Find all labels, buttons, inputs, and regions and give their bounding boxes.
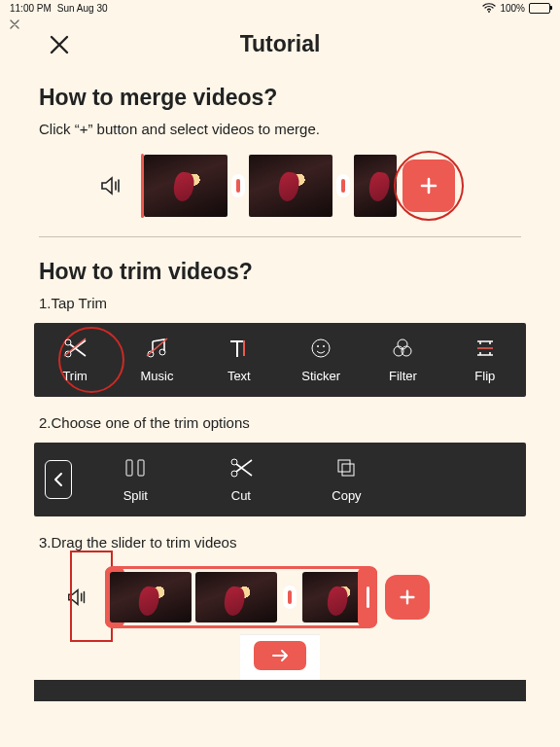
svg-rect-16 [342, 464, 354, 476]
status-bar: 11:00 PM Sun Aug 30 100% [0, 0, 560, 16]
tool-music[interactable]: Music [116, 323, 197, 397]
clip-thumbnail[interactable] [110, 572, 192, 622]
svg-point-4 [159, 349, 165, 355]
tool-label: Cut [231, 488, 251, 503]
main-toolbar: Trim Music Text Sticker Filter [34, 323, 526, 397]
clip-thumbnail[interactable] [195, 572, 277, 622]
tool-trim[interactable]: Trim [34, 323, 116, 397]
tool-cut[interactable]: Cut [189, 443, 295, 516]
speaker-icon[interactable] [92, 173, 131, 198]
music-note-icon [144, 337, 169, 363]
tool-sticker[interactable]: Sticker [280, 323, 362, 397]
confirm-button[interactable] [254, 641, 306, 670]
tool-filter[interactable]: Filter [362, 323, 443, 397]
scissors-crossed-icon [62, 337, 88, 363]
tool-label: Copy [332, 488, 361, 503]
smiley-icon [308, 337, 333, 363]
rings-icon [390, 337, 415, 363]
flip-icon [472, 337, 498, 363]
clip-thumbnail[interactable] [144, 155, 228, 217]
status-battery-pct: 100% [500, 3, 525, 14]
tool-label: Sticker [301, 369, 340, 383]
tool-label: Text [228, 369, 251, 383]
svg-point-5 [312, 339, 330, 357]
svg-point-6 [317, 345, 319, 347]
clip-thumbnail[interactable] [249, 155, 332, 217]
tool-label: Filter [389, 369, 417, 383]
trim-handle-right[interactable] [358, 567, 377, 627]
tool-label: Music [141, 369, 174, 383]
trim-options-toolbar: Split Cut Copy [34, 443, 526, 516]
highlight-ring-icon [394, 151, 464, 221]
trim-step1: 1.Tap Trim [39, 295, 521, 311]
merge-section-title: How to merge videos? [39, 85, 521, 111]
copy-icon [333, 456, 359, 482]
svg-rect-12 [138, 460, 144, 476]
merge-section-body: Click “+” button and select videos to me… [39, 121, 521, 137]
bottom-bar [34, 680, 526, 701]
tool-text[interactable]: Text [198, 323, 280, 397]
transition-pill[interactable] [283, 586, 297, 609]
status-date: Sun Aug 30 [57, 3, 108, 14]
transition-pill[interactable] [231, 174, 245, 197]
transition-pill[interactable] [336, 174, 350, 197]
tool-label: Flip [474, 369, 495, 383]
tool-back[interactable] [34, 443, 83, 516]
trim-step2: 2.Choose one of the trim options [39, 414, 521, 431]
add-clip-button[interactable] [385, 575, 430, 620]
merge-illustration [39, 155, 521, 217]
trim-step3: 3.Drag the slider to trim videos [39, 534, 521, 551]
tool-copy[interactable]: Copy [294, 443, 400, 516]
text-icon [227, 337, 252, 363]
trim-slider[interactable] [105, 566, 377, 628]
add-clip-button[interactable] [402, 160, 455, 212]
clip-thumbnail[interactable] [354, 155, 397, 217]
split-icon [122, 456, 148, 482]
scissors-icon [228, 456, 254, 482]
confirm-panel [240, 634, 320, 680]
tool-label: Split [123, 488, 148, 503]
wifi-icon [482, 3, 496, 13]
battery-icon [529, 3, 550, 14]
status-time: 11:00 PM [10, 3, 52, 14]
svg-rect-11 [126, 460, 132, 476]
close-button[interactable] [43, 28, 76, 61]
tool-label: Trim [62, 369, 88, 383]
section-divider [39, 236, 521, 237]
svg-rect-15 [338, 460, 350, 472]
tool-flip[interactable]: Flip [444, 323, 526, 397]
page-title: Tutorial [240, 31, 321, 57]
svg-point-0 [489, 11, 491, 13]
slider-illustration [39, 566, 521, 628]
header: Tutorial [0, 21, 560, 63]
trim-section-title: How to trim videos? [39, 259, 521, 285]
svg-point-7 [323, 345, 325, 347]
tool-split[interactable]: Split [83, 443, 189, 516]
chevron-left-icon [45, 460, 72, 499]
